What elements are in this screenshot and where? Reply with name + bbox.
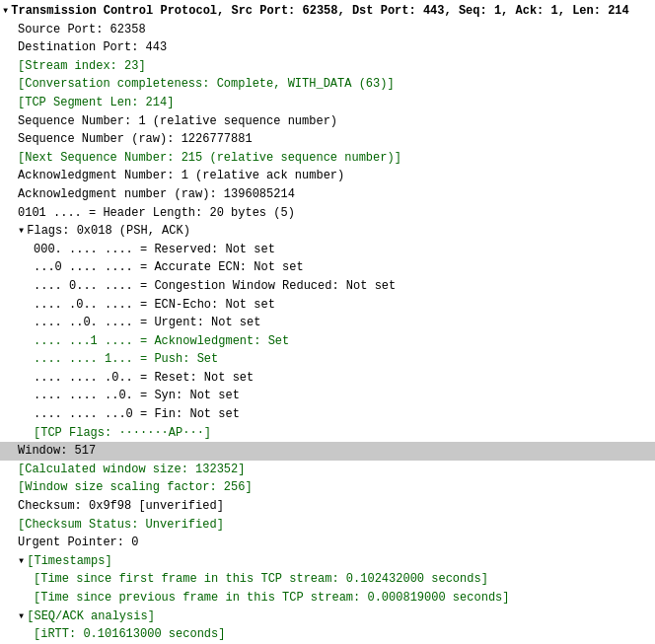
row-text-checksum-status: [Checksum Status: Unverified] <box>18 516 224 535</box>
row-text-timestamps-header: [Timestamps] <box>27 552 111 571</box>
tree-row-flag-urgent: .... ..0. .... = Urgent: Not set <box>0 314 655 332</box>
toggle-icon[interactable]: ▾ <box>18 222 25 241</box>
toggle-icon[interactable]: ▾ <box>18 552 25 571</box>
row-text-flag-urgent: .... ..0. .... = Urgent: Not set <box>34 314 260 332</box>
tree-row-next-seq: [Next Sequence Number: 215 (relative seq… <box>0 149 655 168</box>
tree-row-flag-push: .... .... 1... = Push: Set <box>0 350 655 369</box>
row-text-flags-header: Flags: 0x018 (PSH, ACK) <box>27 222 190 241</box>
row-text-src-port: Source Port: 62358 <box>18 21 146 39</box>
tree-row-stream-index: [Stream index: 23] <box>0 57 655 76</box>
row-text-window: Window: 517 <box>18 442 96 461</box>
tree-row-flag-reserved: 000. .... .... = Reserved: Not set <box>0 241 655 259</box>
row-text-calc-window: [Calculated window size: 132352] <box>18 461 245 479</box>
tree-row-urgent-pointer: Urgent Pointer: 0 <box>0 534 655 552</box>
tree-row-timestamps-header[interactable]: ▾ [Timestamps] <box>0 552 655 571</box>
tree-row-flags-header[interactable]: ▾ Flags: 0x018 (PSH, ACK) <box>0 222 655 241</box>
tree-row-calc-window: [Calculated window size: 132352] <box>0 461 655 479</box>
tree-row-ack-num: Acknowledgment Number: 1 (relative ack n… <box>0 167 655 185</box>
row-text-time-prev: [Time since previous frame in this TCP s… <box>34 589 509 608</box>
row-text-flag-fin: .... .... ...0 = Fin: Not set <box>34 405 240 424</box>
tree-row-conv-completeness: [Conversation completeness: Complete, WI… <box>0 75 655 94</box>
tree-row-flag-reset: .... .... .0.. = Reset: Not set <box>0 369 655 388</box>
toggle-icon[interactable]: ▾ <box>2 2 9 21</box>
row-text-header-len: 0101 .... = Header Length: 20 bytes (5) <box>18 204 295 223</box>
tree-row-flag-ack: .... ...1 .... = Acknowledgment: Set <box>0 332 655 351</box>
row-text-flag-cwr: .... 0... .... = Congestion Window Reduc… <box>34 277 396 296</box>
row-text-urgent-pointer: Urgent Pointer: 0 <box>18 534 138 552</box>
tree-row-flag-accurate-ecn: ...0 .... .... = Accurate ECN: Not set <box>0 258 655 277</box>
tree-row-tcp-flags-str: [TCP Flags: ·······AP···] <box>0 424 655 443</box>
row-text-ack-num: Acknowledgment Number: 1 (relative ack n… <box>18 167 344 185</box>
tree-row-src-port: Source Port: 62358 <box>0 21 655 39</box>
row-text-conv-completeness: [Conversation completeness: Complete, WI… <box>18 75 395 94</box>
row-text-time-first: [Time since first frame in this TCP stre… <box>34 570 488 589</box>
row-text-stream-index: [Stream index: 23] <box>18 57 146 76</box>
tree-row-irtt: [iRTT: 0.101613000 seconds] <box>0 625 655 644</box>
row-text-flag-ack: .... ...1 .... = Acknowledgment: Set <box>34 332 289 351</box>
row-text-window-scaling: [Window size scaling factor: 256] <box>18 478 253 497</box>
packet-detail-panel: ▾ Transmission Control Protocol, Src Por… <box>0 0 655 644</box>
tree-row-ack-num-raw: Acknowledgment number (raw): 1396085214 <box>0 185 655 204</box>
tree-row-seq-num-raw: Sequence Number (raw): 1226777881 <box>0 130 655 149</box>
row-text-seq-num: Sequence Number: 1 (relative sequence nu… <box>18 112 337 131</box>
tree-row-header-len: 0101 .... = Header Length: 20 bytes (5) <box>0 204 655 223</box>
tree-row-window-scaling: [Window size scaling factor: 256] <box>0 478 655 497</box>
tree-row-tcp-header[interactable]: ▾ Transmission Control Protocol, Src Por… <box>0 2 655 21</box>
tree-row-time-prev: [Time since previous frame in this TCP s… <box>0 589 655 608</box>
tree-row-flag-fin: .... .... ...0 = Fin: Not set <box>0 405 655 424</box>
row-text-flag-push: .... .... 1... = Push: Set <box>34 350 218 369</box>
row-text-seq-num-raw: Sequence Number (raw): 1226777881 <box>18 130 253 149</box>
row-text-checksum: Checksum: 0x9f98 [unverified] <box>18 497 224 516</box>
row-text-flag-reserved: 000. .... .... = Reserved: Not set <box>34 241 275 259</box>
row-text-tcp-flags-str: [TCP Flags: ·······AP···] <box>34 424 211 443</box>
row-text-ack-num-raw: Acknowledgment number (raw): 1396085214 <box>18 185 295 204</box>
row-text-tcp-seg-len: [TCP Segment Len: 214] <box>18 94 174 112</box>
row-text-flag-accurate-ecn: ...0 .... .... = Accurate ECN: Not set <box>34 258 304 277</box>
tree-row-seq-ack-header[interactable]: ▾ [SEQ/ACK analysis] <box>0 608 655 626</box>
tree-row-time-first: [Time since first frame in this TCP stre… <box>0 570 655 589</box>
tree-row-flag-syn: .... .... ..0. = Syn: Not set <box>0 387 655 405</box>
tree-row-seq-num: Sequence Number: 1 (relative sequence nu… <box>0 112 655 131</box>
tree-row-tcp-seg-len: [TCP Segment Len: 214] <box>0 94 655 112</box>
row-text-flag-syn: .... .... ..0. = Syn: Not set <box>34 387 240 405</box>
tree-row-flag-ecn-echo: .... .0.. .... = ECN-Echo: Not set <box>0 296 655 315</box>
toggle-icon[interactable]: ▾ <box>18 608 25 626</box>
tree-row-checksum: Checksum: 0x9f98 [unverified] <box>0 497 655 516</box>
row-text-dst-port: Destination Port: 443 <box>18 38 167 57</box>
tree-row-window: Window: 517 <box>0 442 655 461</box>
row-text-irtt: [iRTT: 0.101613000 seconds] <box>34 625 225 644</box>
tree-row-flag-cwr: .... 0... .... = Congestion Window Reduc… <box>0 277 655 296</box>
row-text-tcp-header: Transmission Control Protocol, Src Port:… <box>11 2 629 21</box>
tree-row-checksum-status: [Checksum Status: Unverified] <box>0 516 655 535</box>
row-text-seq-ack-header: [SEQ/ACK analysis] <box>27 608 155 626</box>
tree-row-dst-port: Destination Port: 443 <box>0 38 655 57</box>
row-text-next-seq: [Next Sequence Number: 215 (relative seq… <box>18 149 401 168</box>
row-text-flag-reset: .... .... .0.. = Reset: Not set <box>34 369 254 388</box>
row-text-flag-ecn-echo: .... .0.. .... = ECN-Echo: Not set <box>34 296 275 315</box>
